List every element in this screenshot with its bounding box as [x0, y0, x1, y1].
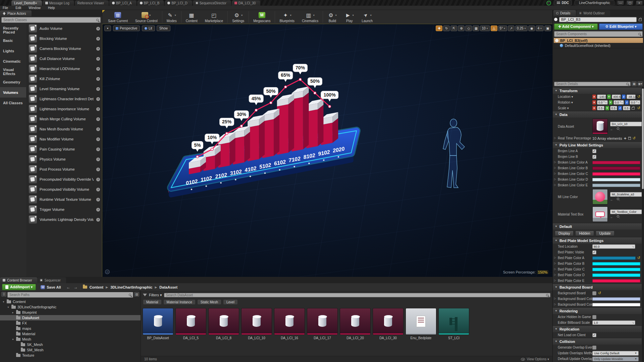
vector-value-field[interactable]: -48.1408↘: [627, 95, 636, 99]
search-paths-input[interactable]: Search Paths: [7, 292, 133, 298]
ddc-badge[interactable]: DDC: [554, 0, 572, 5]
find-icon[interactable]: [617, 215, 619, 218]
reset-icon[interactable]: ↺: [637, 95, 640, 99]
viewport-options-button[interactable]: ▼: [104, 25, 111, 31]
category-all-classes[interactable]: All Classes: [0, 98, 26, 108]
tree-expander-icon[interactable]: ▸: [11, 311, 14, 314]
color-swatch[interactable]: [592, 184, 640, 187]
section-header[interactable]: ▼Background Board: [553, 284, 642, 290]
volume-item[interactable]: Trigger Volume?: [26, 204, 102, 215]
checkbox[interactable]: ✓: [592, 333, 596, 337]
volume-item[interactable]: Camera Blocking Volume?: [26, 44, 102, 54]
section-header[interactable]: ▼Bed Plate Model Settings: [553, 237, 642, 244]
checkbox[interactable]: [592, 346, 596, 350]
vector-value-field[interactable]: 0.0 °↘: [597, 100, 608, 105]
sources-toggle-icon[interactable]: ☰: [1, 292, 6, 297]
find-icon[interactable]: [617, 127, 619, 130]
toolbar-button-source-control[interactable]: ▼Source Control: [131, 10, 161, 24]
tab-place-actors[interactable]: Place Actors: [0, 10, 32, 16]
volume-item[interactable]: Blocking Volume?: [26, 34, 102, 44]
button-update[interactable]: Update: [596, 231, 614, 236]
volume-item[interactable]: Cull Distance Volume?: [26, 54, 102, 64]
volume-item[interactable]: Pain Causing Volume?: [26, 144, 102, 154]
expand-arrow-icon[interactable]: ▷: [554, 256, 556, 259]
component-row[interactable]: BP_LCI_B3(self): [554, 38, 643, 43]
expand-arrow-icon[interactable]: ▷: [554, 136, 556, 139]
category-lights[interactable]: Lights: [0, 46, 26, 56]
tab-sequencer[interactable]: Sequencer: [37, 277, 66, 283]
property-matrix-icon[interactable]: ▦: [632, 81, 637, 86]
color-swatch[interactable]: [592, 297, 640, 301]
tree-item-mesh[interactable]: ▾Mesh: [0, 337, 141, 342]
category-cinematic[interactable]: Cinematic: [0, 56, 26, 66]
expand-arrow-icon[interactable]: ▷: [554, 297, 556, 300]
filter-chip-static-mesh[interactable]: Static Mesh: [197, 299, 221, 305]
asset-thumbnail[interactable]: [592, 119, 608, 134]
toolbar-button-blueprints[interactable]: ✦▼Blueprints: [276, 10, 298, 24]
category-visual-effects[interactable]: Visual Effects: [0, 66, 26, 77]
back-button[interactable]: ←: [66, 285, 71, 290]
category-recently-placed[interactable]: Recently Placed: [0, 25, 26, 35]
dropdown[interactable]: Use Config Default▼: [592, 351, 639, 356]
perspective-button[interactable]: Perspective: [113, 25, 140, 31]
color-swatch[interactable]: [592, 178, 640, 181]
tree-expander-icon[interactable]: ▾: [2, 300, 5, 303]
expand-arrow-icon[interactable]: ▷: [554, 172, 556, 175]
save-all-button[interactable]: ▤Save All: [38, 284, 63, 290]
section-header[interactable]: ▼Collision: [553, 338, 642, 345]
scale-snap-button[interactable]: ↗: [508, 25, 515, 31]
expand-arrow-icon[interactable]: ▷: [554, 267, 556, 270]
expand-arrow-icon[interactable]: ▷: [554, 183, 556, 186]
add-import-button[interactable]: Add/Import ▾: [2, 284, 36, 290]
lock-scale-icon[interactable]: [632, 107, 635, 110]
toolbar-button-cinematics[interactable]: ▥▼Cinematics: [298, 10, 322, 24]
editor-tab[interactable]: Reference Viewer: [75, 0, 109, 6]
editor-tab[interactable]: DA_LCI_30: [232, 0, 261, 6]
scale-tool-button[interactable]: ⇱: [450, 25, 457, 31]
filter-chip-level[interactable]: Level: [223, 299, 238, 305]
breadcrumb-project[interactable]: 3DLineChartInfographic: [110, 285, 152, 289]
volume-item[interactable]: Nav Modifier Volume?: [26, 134, 102, 144]
volume-item[interactable]: Physics Volume?: [26, 154, 102, 164]
vector-value-field[interactable]: 0.5↘: [597, 106, 604, 110]
vector-value-field[interactable]: 0.0 °↘: [613, 100, 624, 105]
browse-back-icon[interactable]: ←: [610, 127, 613, 131]
vector-value-field[interactable]: -140.049↘: [597, 95, 606, 99]
lock-icon[interactable]: [639, 19, 642, 21]
section-header[interactable]: ▼Poly Line Model Settings: [553, 142, 642, 148]
add-element-icon[interactable]: ＋: [623, 135, 627, 141]
tree-item-fx[interactable]: FX: [0, 320, 141, 326]
color-swatch[interactable]: [592, 279, 640, 283]
color-swatch[interactable]: [592, 172, 640, 176]
volume-item[interactable]: Precomputed Visibility Volume?: [26, 184, 102, 194]
list-view-icon[interactable]: ▤: [134, 292, 139, 297]
volume-item[interactable]: Volumetric Lightmap Density Volume?: [26, 215, 102, 225]
camera-speed-button[interactable]: ◉: [528, 25, 535, 31]
vector-value-field[interactable]: 0.5↘: [610, 106, 618, 110]
browse-back-icon[interactable]: ←: [610, 215, 613, 219]
volume-item[interactable]: Precomputed Visibility Override Volume?: [26, 174, 102, 184]
asset-tile[interactable]: DA_LCI_10: [241, 308, 272, 340]
editor-tab[interactable]: BP_LCI_D: [165, 0, 192, 6]
vector-value-field[interactable]: 0.0 °↘: [630, 100, 640, 105]
asset-tile[interactable]: DA_LCI_30: [372, 308, 404, 340]
tree-item-content[interactable]: ▾Content: [0, 299, 141, 304]
grid-snap-value[interactable]: 10▼: [480, 25, 490, 31]
filters-button[interactable]: Filters ▾: [149, 293, 162, 297]
menu-help[interactable]: Help: [48, 6, 55, 10]
section-header[interactable]: ▼Replication: [553, 326, 642, 332]
show-button[interactable]: Show: [157, 25, 170, 31]
reset-icon[interactable]: ↺: [598, 291, 601, 295]
breadcrumb-content[interactable]: Content: [90, 285, 104, 289]
toolbar-button-content[interactable]: ▦Content: [182, 10, 201, 24]
filter-chip-material-instance[interactable]: Material Instance: [163, 299, 196, 305]
tree-item-texture[interactable]: Texture: [0, 353, 141, 358]
asset-tile[interactable]: Enu_Bedplate: [405, 308, 437, 340]
asset-tile[interactable]: ST_LCI: [438, 308, 470, 340]
volume-item[interactable]: Level Streaming Volume?: [26, 84, 102, 94]
rotation-snap-button[interactable]: △: [491, 25, 497, 31]
color-swatch[interactable]: [592, 303, 640, 306]
expand-arrow-icon[interactable]: ▷: [554, 166, 556, 169]
rotation-snap-value[interactable]: 5°▼: [498, 25, 507, 31]
tree-item-material[interactable]: Material: [0, 331, 141, 337]
